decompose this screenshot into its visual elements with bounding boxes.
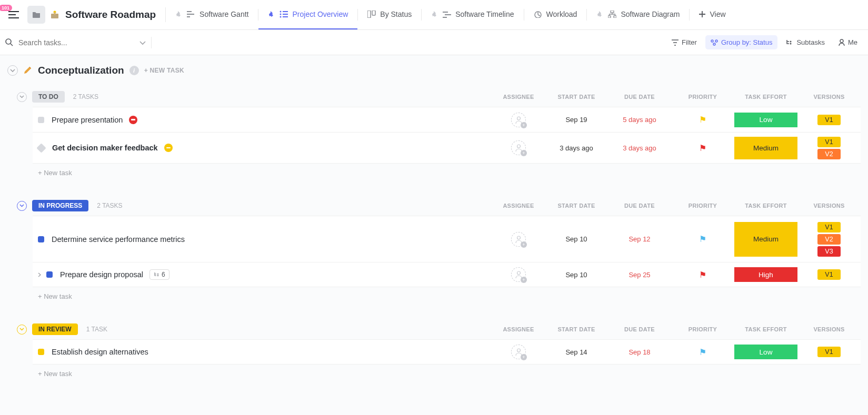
assignee-cell[interactable] — [492, 267, 545, 282]
svg-rect-2 — [54, 12, 56, 15]
due-date[interactable]: 3 days ago — [608, 137, 671, 159]
versions-cell[interactable]: V1 — [797, 267, 861, 282]
pin-icon — [431, 11, 438, 18]
due-date[interactable]: Sep 25 — [608, 267, 671, 282]
search-dropdown[interactable] — [134, 38, 151, 47]
task-row[interactable]: Get decision maker feedback 3 days ago 3… — [33, 132, 861, 164]
status-pill[interactable]: IN PROGRESS — [32, 200, 88, 211]
versions-cell[interactable]: V1 — [797, 113, 861, 127]
versions-cell[interactable]: V1 — [797, 345, 861, 359]
blocked-icon — [129, 116, 137, 124]
folder-button[interactable] — [27, 6, 45, 24]
col-effort: TASK EFFORT — [734, 94, 797, 100]
svg-point-17 — [790, 43, 792, 44]
task-row[interactable]: Establish design alternatives Sep 14 Sep… — [33, 339, 861, 365]
group-collapse[interactable] — [17, 201, 27, 211]
tab-label: Software Timeline — [455, 10, 514, 18]
assignee-placeholder-icon — [511, 113, 526, 127]
status-square[interactable] — [38, 117, 44, 123]
new-task-row[interactable]: + New task — [17, 365, 861, 380]
col-assignee: ASSIGNEE — [492, 203, 545, 209]
effort-cell[interactable]: Low — [734, 113, 797, 127]
timeline-icon — [443, 11, 451, 18]
status-pill[interactable]: IN REVIEW — [32, 323, 78, 335]
new-task-row[interactable]: + New task — [17, 164, 861, 179]
topbar: 101 Software Roadmap Software Gantt Proj… — [0, 0, 868, 30]
tab-software-timeline[interactable]: Software Timeline — [422, 0, 523, 30]
menu-button[interactable]: 101 — [4, 7, 23, 23]
flag-icon: ⚑ — [699, 234, 706, 244]
tab-by-status[interactable]: By Status — [358, 0, 421, 30]
start-date[interactable]: Sep 10 — [545, 267, 608, 282]
effort-cell[interactable]: Medium — [734, 222, 797, 257]
effort-cell[interactable]: High — [734, 267, 797, 282]
tab-software-gantt[interactable]: Software Gantt — [166, 0, 258, 30]
group-collapse[interactable] — [17, 325, 27, 335]
version-chip: V2 — [817, 149, 841, 159]
task-row[interactable]: Prepare presentation Sep 19 5 days ago ⚑… — [33, 107, 861, 132]
status-square[interactable] — [38, 236, 44, 242]
search-input[interactable] — [18, 38, 134, 47]
col-start: START DATE — [545, 326, 608, 332]
due-date[interactable]: Sep 12 — [608, 222, 671, 257]
status-diamond[interactable] — [36, 143, 46, 153]
section-collapse[interactable] — [7, 65, 18, 76]
col-versions: VERSIONS — [797, 326, 861, 332]
priority-cell[interactable]: ⚑ — [671, 137, 734, 159]
tab-project-overview[interactable]: Project Overview — [258, 0, 357, 30]
col-priority: PRIORITY — [671, 326, 734, 332]
priority-cell[interactable]: ⚑ — [671, 345, 734, 359]
svg-point-24 — [517, 271, 520, 275]
start-date[interactable]: Sep 10 — [545, 222, 608, 257]
group-header: IN PROGRESS 2 TASKS ASSIGNEE START DATE … — [17, 196, 861, 216]
task-name: Prepare presentation — [52, 116, 123, 124]
task-row[interactable]: Determine service performance metrics Se… — [33, 216, 861, 262]
expand-arrow[interactable] — [38, 270, 43, 279]
group-collapse[interactable] — [17, 92, 27, 102]
assignee-cell[interactable] — [492, 113, 545, 127]
new-task-button[interactable]: + NEW TASK — [144, 67, 184, 74]
group-by-button[interactable]: Group by: Status — [705, 35, 778, 49]
new-task-row[interactable]: + New task — [17, 287, 861, 302]
status-square[interactable] — [46, 271, 53, 278]
subtask-number: 6 — [162, 271, 165, 278]
priority-cell[interactable]: ⚑ — [671, 222, 734, 257]
version-chip: V1 — [817, 347, 841, 357]
me-button[interactable]: Me — [833, 35, 863, 49]
start-date[interactable]: Sep 14 — [545, 345, 608, 359]
subtasks-button[interactable]: Subtasks — [781, 35, 830, 49]
svg-point-22 — [157, 274, 158, 275]
assignee-cell[interactable] — [492, 222, 545, 257]
tab-add-view[interactable]: View — [690, 0, 735, 30]
tab-software-diagram[interactable]: Software Diagram — [587, 0, 689, 30]
status-square[interactable] — [38, 349, 44, 355]
subtask-count[interactable]: 6 — [149, 269, 169, 280]
effort-cell[interactable]: Medium — [734, 137, 797, 159]
version-chip: V1 — [817, 115, 841, 125]
tab-label: View — [710, 10, 725, 18]
tab-workload[interactable]: Workload — [524, 0, 587, 30]
effort-cell[interactable]: Low — [734, 345, 797, 359]
due-date[interactable]: 5 days ago — [608, 113, 671, 127]
start-date[interactable]: 3 days ago — [545, 137, 608, 159]
versions-cell[interactable]: V1V2V3 — [797, 222, 861, 257]
filter-button[interactable]: Filter — [666, 35, 702, 49]
info-icon[interactable]: i — [129, 66, 139, 75]
assignee-cell[interactable] — [492, 137, 545, 159]
priority-cell[interactable]: ⚑ — [671, 267, 734, 282]
task-row[interactable]: Prepare design proposal 6 Sep 10 Sep 25 … — [33, 262, 861, 287]
assignee-cell[interactable] — [492, 345, 545, 359]
due-date[interactable]: Sep 18 — [608, 345, 671, 359]
priority-cell[interactable]: ⚑ — [671, 113, 734, 127]
subtasks-label: Subtasks — [796, 38, 824, 46]
col-due: DUE DATE — [608, 326, 671, 332]
status-pill[interactable]: TO DO — [32, 91, 65, 103]
group-header: TO DO 2 TASKS ASSIGNEE START DATE DUE DA… — [17, 87, 861, 107]
col-due: DUE DATE — [608, 203, 671, 209]
tab-label: By Status — [380, 10, 412, 18]
tab-label: Project Overview — [292, 10, 348, 18]
start-date[interactable]: Sep 19 — [545, 113, 608, 127]
versions-cell[interactable]: V1V2 — [797, 137, 861, 159]
chevron-down-icon — [19, 204, 24, 207]
group-by-label: Group by: Status — [721, 38, 773, 46]
